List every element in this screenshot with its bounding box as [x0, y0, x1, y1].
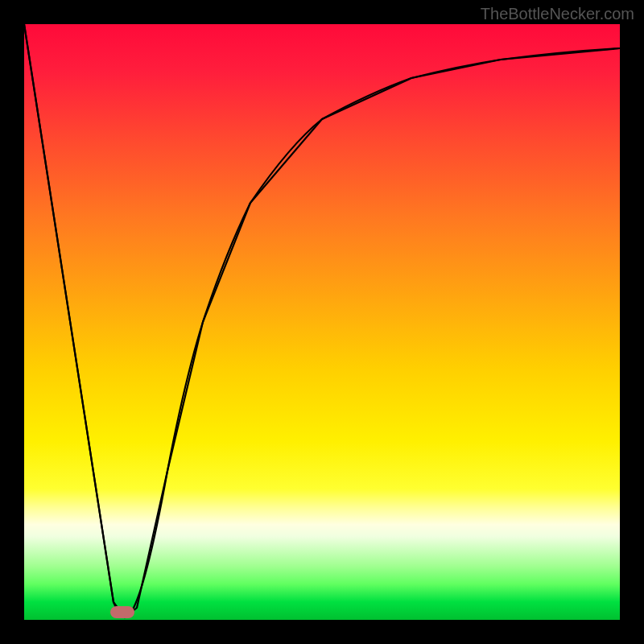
curve-smoothing [24, 24, 620, 617]
optimal-point-marker [110, 606, 134, 618]
chart-frame: TheBottleNecker.com [0, 0, 644, 644]
watermark-text: TheBottleNecker.com [481, 5, 634, 23]
bottleneck-curve [24, 24, 620, 620]
plot-area [24, 24, 620, 620]
curve-path [24, 24, 620, 617]
